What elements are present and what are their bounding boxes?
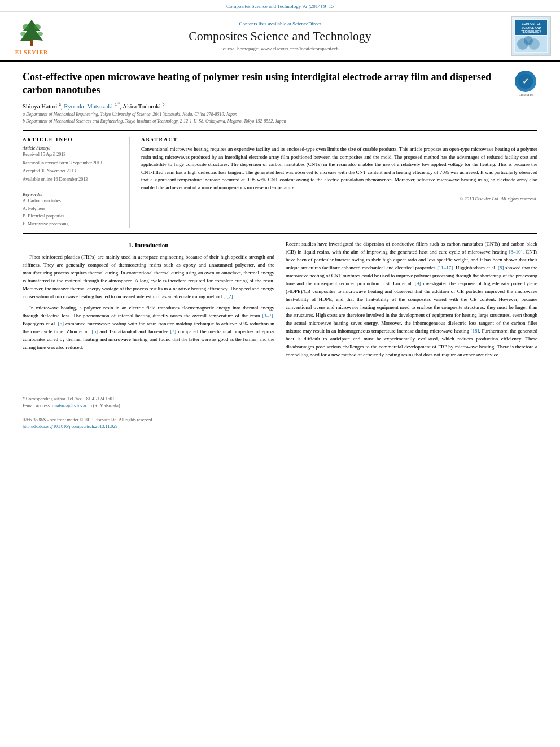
body-col-right: Recent studies have investigated the dis… [286, 241, 537, 362]
composites-logo: COMPOSITES SCIENCE AND TECHNOLOGY [511, 16, 551, 56]
elsevier-tree-icon [15, 17, 49, 48]
keywords-label: Keywords: [23, 192, 121, 197]
contents-label: Contents lists available at [239, 21, 291, 27]
corresponding-label: * Corresponding author. Tel./fax: +81 4 … [23, 396, 116, 401]
intro-para-1: Fiber-reinforced plastics (FRPs) are mai… [23, 254, 274, 301]
crossmark-badge: ✓ [515, 71, 536, 92]
email-line: E-mail address: rmatsuza@rs.tus.ac.jp (R… [23, 403, 537, 409]
cite-18[interactable]: [18] [471, 328, 479, 334]
page: Composites Science and Technology 92 (20… [0, 0, 560, 430]
intro-para-2: In microwave heating, a polymer resin in… [23, 304, 274, 352]
doi-link[interactable]: http://dx.doi.org/10.1016/j.compscitech.… [23, 424, 117, 429]
issn-line: 0266-3538/$ – see front matter © 2013 El… [23, 417, 537, 423]
info-divider [23, 187, 121, 187]
revised-date: Received in revised form 3 September 201… [23, 159, 121, 167]
accepted-date: Accepted 30 November 2013 [23, 167, 121, 175]
elsevier-text: ELSEVIER [15, 49, 49, 55]
keyword-3: B. Electrical properties [23, 212, 121, 220]
available-date: Available online 16 December 2013 [23, 176, 121, 184]
svg-text:✓: ✓ [522, 77, 529, 86]
history-title: Article history: [23, 146, 121, 151]
article-info-col: ARTICLE INFO Article history: Received 1… [23, 137, 130, 228]
cite-6[interactable]: [6] [91, 329, 98, 334]
main-content: Cost-effective open microwave heating of… [0, 62, 560, 373]
elsevier-logo: ELSEVIER [9, 17, 54, 55]
journal-top-bar: Composites Science and Technology 92 (20… [0, 0, 560, 12]
affiliations: a Department of Mechanical Engineering, … [23, 111, 509, 125]
keywords-section: Keywords: A. Carbon nanotubes A. Polymer… [23, 192, 121, 228]
svg-text:COMPOSITES: COMPOSITES [522, 22, 541, 25]
article-title-section: Cost-effective open microwave heating of… [23, 71, 537, 131]
crossmark-label: CrossMark [515, 93, 537, 97]
abstract-label: ABSTRACT [141, 137, 537, 142]
journal-citation: Composites Science and Technology 92 (20… [226, 3, 334, 9]
cite-5[interactable]: [5] [58, 321, 64, 326]
sciencedirect-link[interactable]: ScienceDirect [292, 21, 321, 27]
abstract-copyright: © 2013 Elsevier Ltd. All rights reserved… [141, 196, 537, 202]
journal-header-center: Contents lists available at ScienceDirec… [60, 21, 500, 51]
footer-divider [23, 392, 537, 392]
cite-9[interactable]: [9] [415, 281, 421, 286]
history-items: Received 15 April 2013 Received in revis… [23, 151, 121, 184]
article-abstract-section: ARTICLE INFO Article history: Received 1… [23, 137, 537, 234]
keyword-1: A. Carbon nanotubes [23, 197, 121, 205]
cite-1-2[interactable]: [1,2] [223, 294, 233, 299]
svg-point-14 [524, 36, 533, 45]
body-col-left: 1. Introduction Fiber-reinforced plastic… [23, 241, 274, 362]
section-title-intro: 1. Introduction [23, 241, 274, 250]
journal-title: Composites Science and Technology [60, 29, 500, 43]
svg-marker-1 [20, 20, 43, 41]
email-suffix: (R. Matsuzaki). [93, 403, 121, 408]
sciencedirect-line: Contents lists available at ScienceDirec… [60, 21, 500, 27]
svg-point-5 [37, 32, 43, 36]
section-name: Introduction [135, 242, 169, 248]
authors: Shinya Hatori a, Ryosuke Matsuzaki a,*, … [23, 102, 509, 110]
journal-homepage: journal homepage: www.elsevier.com/locat… [60, 46, 500, 51]
keyword-2: A. Polymers [23, 205, 121, 213]
cite-11-17[interactable]: [11–17] [437, 265, 453, 270]
email-label: E-mail address: [23, 403, 51, 408]
email-link[interactable]: rmatsuza@rs.tus.ac.jp [52, 403, 92, 408]
cite-8[interactable]: [8] [498, 265, 504, 270]
affiliation-b: b Department of Mechanical Sciences and … [23, 118, 509, 125]
article-title: Cost-effective open microwave heating of… [23, 71, 509, 97]
svg-point-4 [20, 32, 26, 36]
cite-8-10[interactable]: [8–10] [509, 249, 523, 255]
crossmark: ✓ CrossMark [515, 71, 537, 97]
received-date: Received 15 April 2013 [23, 151, 121, 159]
article-title-text: Cost-effective open microwave heating of… [23, 71, 509, 125]
body-two-col: 1. Introduction Fiber-reinforced plastic… [23, 241, 537, 362]
journal-logo-right: COMPOSITES SCIENCE AND TECHNOLOGY [506, 16, 551, 56]
abstract-text: Conventional microwave heating requires … [141, 146, 537, 191]
cite-7[interactable]: [7] [170, 329, 177, 334]
svg-text:TECHNOLOGY: TECHNOLOGY [521, 30, 541, 33]
svg-point-2 [23, 24, 29, 30]
keyword-4: E. Microwave processing [23, 220, 121, 228]
right-para-1: Recent studies have investigated the dis… [286, 241, 537, 359]
journal-header: ELSEVIER Contents lists available at Sci… [0, 12, 560, 62]
page-footer: * Corresponding author. Tel./fax: +81 4 … [0, 385, 560, 430]
section-number: 1. [129, 242, 133, 248]
svg-point-3 [34, 24, 41, 30]
footer-divider-2 [23, 413, 537, 413]
abstract-col: ABSTRACT Conventional microwave heating … [141, 137, 537, 228]
corresponding-author: * Corresponding author. Tel./fax: +81 4 … [23, 396, 537, 403]
svg-text:SCIENCE AND: SCIENCE AND [522, 26, 541, 29]
article-info-label: ARTICLE INFO [23, 137, 121, 142]
cite-3-7[interactable]: [3–7] [262, 313, 273, 318]
affiliation-a: a Department of Mechanical Engineering, … [23, 111, 509, 118]
doi-line: http://dx.doi.org/10.1016/j.compscitech.… [23, 423, 537, 430]
